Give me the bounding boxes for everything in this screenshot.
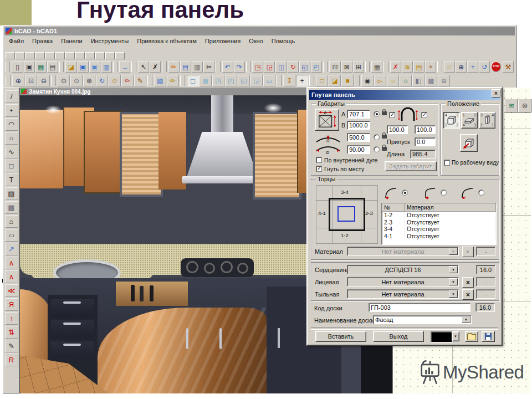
image-icon[interactable]: ▧ (154, 75, 166, 86)
view-rotate-icon[interactable]: ↻ (96, 75, 108, 86)
export-icon[interactable]: → (119, 61, 130, 73)
view-pan-icon[interactable]: ⊛ (83, 75, 95, 86)
left-end-value-field[interactable]: 100.0 (387, 125, 408, 134)
edge-profile-3-radio[interactable] (478, 190, 484, 196)
insert-button[interactable]: Вставить (315, 331, 366, 342)
view-eye-icon[interactable]: ⊙ (58, 75, 70, 86)
dropdown-arrow-icon[interactable]: ▼ (462, 316, 470, 323)
menu-item[interactable]: Приложения (205, 38, 241, 44)
snap-edge-icon[interactable]: ◪ (329, 75, 341, 86)
save-all-icon[interactable]: ▣ (89, 61, 100, 73)
zoom-in-icon[interactable]: ⊕ (12, 75, 24, 86)
zoom-window-icon[interactable]: ⊡ (25, 75, 37, 86)
copy-move-icon[interactable]: ◲ (264, 61, 275, 73)
menu-item[interactable]: Правка (32, 38, 53, 44)
select-fence-icon[interactable]: ⊞ (353, 61, 364, 73)
array-icon[interactable]: ◰ (311, 61, 322, 73)
dropdown-arrow-icon[interactable]: ▼ (449, 290, 458, 298)
bend-in-place-checkbox[interactable] (316, 166, 322, 172)
circle-icon[interactable]: ○ (5, 132, 18, 145)
orbit-icon[interactable]: ↺ (479, 61, 490, 73)
camera-icon[interactable]: ◉ (361, 75, 374, 86)
edge-profile-2-radio[interactable] (441, 190, 447, 196)
left-end-checkbox[interactable] (389, 112, 395, 118)
position-orientation-3-button[interactable]: 3421 (479, 112, 495, 129)
markers-icon[interactable]: ✗ (390, 61, 401, 73)
table-row[interactable]: 2-3Отсутствует (382, 219, 496, 226)
position-orientation-2-button[interactable]: 1243 (461, 112, 478, 129)
dim-chevron2-icon[interactable]: ∧ (5, 270, 18, 283)
radius-r-icon[interactable]: R (5, 354, 18, 366)
polyline-icon[interactable]: ∿ (5, 146, 18, 158)
box-view-5-icon[interactable]: ◱ (238, 75, 250, 86)
exit-button[interactable]: Выход (373, 331, 424, 342)
menu-item[interactable]: Файл (9, 38, 24, 44)
view-named-icon[interactable]: ⊙ (70, 75, 83, 86)
edit-pencil-icon[interactable]: ✏ (168, 61, 180, 73)
wireframe-box-icon[interactable]: ◻ (187, 75, 199, 86)
layer-manager-icon[interactable]: ≋ (505, 99, 518, 112)
select-window-icon[interactable]: ⊡ (329, 61, 340, 73)
menu-item[interactable]: Панели (61, 38, 82, 44)
window-titlebar[interactable]: bCAD - bCAD1 (4, 27, 515, 35)
a-lock-radio[interactable] (374, 111, 380, 117)
menu-item[interactable]: Окно (249, 38, 263, 44)
right-end-value-field[interactable]: 100.0 (415, 125, 436, 134)
snap-vertex-icon[interactable]: □ (316, 75, 328, 86)
stop-icon[interactable]: STOP (491, 62, 500, 72)
lamp-icon[interactable]: ○ (387, 75, 399, 86)
shaded-box-icon[interactable]: ◳ (212, 75, 224, 86)
back-material-combo[interactable]: Нет материала ▼ (347, 289, 459, 299)
fill-icon[interactable]: ▩ (5, 201, 18, 214)
select-crossing-icon[interactable]: ⊠ (341, 61, 352, 73)
polygon-icon[interactable]: ⌂ (5, 215, 18, 228)
point-icon[interactable]: • (5, 104, 18, 117)
right-end-checkbox[interactable] (421, 112, 427, 118)
text-icon[interactable]: T (5, 173, 18, 186)
menu-item[interactable]: Помощь (272, 38, 295, 44)
cut-scissors-icon[interactable]: ✂ (203, 61, 214, 73)
table-row[interactable]: 3-4Отсутствует (382, 226, 496, 233)
grid-icon[interactable]: ▦ (371, 61, 382, 73)
rendered-box-icon[interactable]: ◰ (225, 75, 237, 86)
sketch-icon[interactable]: ✏ (167, 75, 179, 86)
erase-icon[interactable]: ✗ (150, 61, 161, 73)
dim-angle-icon[interactable]: ≪ (5, 284, 18, 297)
flat-view-icon[interactable]: ▭ (263, 75, 275, 86)
allowance-value-field[interactable]: 0.0 (415, 137, 436, 146)
snap-face-icon[interactable]: ■ (341, 75, 354, 86)
dim-arrow-icon[interactable]: ↑ (5, 312, 18, 325)
open-file-button[interactable] (465, 331, 478, 342)
color-dropdown-button[interactable]: ▼ (452, 331, 459, 341)
board-name-combo[interactable]: Фасад ▼ (373, 315, 472, 324)
board-code-input[interactable]: ГП-003 (369, 303, 470, 312)
new-from-template-icon[interactable]: ▣ (24, 61, 35, 73)
position-pick-button[interactable] (460, 134, 478, 152)
leader-icon[interactable]: ↗ (5, 243, 18, 255)
back-clear-button[interactable]: × (462, 289, 474, 300)
face-material-combo[interactable]: Нет материала ▼ (347, 277, 459, 287)
hatch-icon[interactable]: ▨ (5, 187, 18, 200)
pan-cross-icon[interactable]: + (467, 61, 478, 73)
dropdown-arrow-icon[interactable]: ▼ (449, 278, 458, 285)
copy-icon[interactable]: ▤ (180, 61, 191, 73)
material-box-icon[interactable]: ◧ (412, 75, 424, 86)
box-view-6-icon[interactable]: ◲ (250, 75, 263, 86)
a-value-field[interactable]: 707.1 (347, 110, 370, 119)
target-cross-icon[interactable]: + (296, 75, 308, 86)
globe-box-icon[interactable]: ⊕ (438, 75, 450, 86)
zoom-out-icon[interactable]: ⊖ (38, 75, 50, 86)
rotate-icon[interactable]: ↻ (288, 61, 299, 73)
set-size-button[interactable]: Задать габарит (385, 161, 437, 171)
b-value-field[interactable]: 1000.0 (347, 121, 370, 130)
dropdown-arrow-icon[interactable]: ▼ (449, 248, 458, 255)
scene-house-icon[interactable]: ⌂ (400, 75, 412, 86)
zoom-realtime-icon[interactable]: ⊕ (456, 61, 467, 73)
undo-icon[interactable]: ↶ (222, 61, 233, 73)
color-swatch[interactable] (431, 331, 453, 342)
save-as-icon[interactable]: ▥ (101, 61, 112, 73)
document-properties-icon[interactable]: ▤ (47, 61, 58, 73)
inner-arc-checkbox[interactable] (316, 157, 322, 163)
hammer-icon[interactable]: ⚒ (503, 61, 514, 73)
ellipse-icon[interactable]: ○ (5, 229, 18, 242)
